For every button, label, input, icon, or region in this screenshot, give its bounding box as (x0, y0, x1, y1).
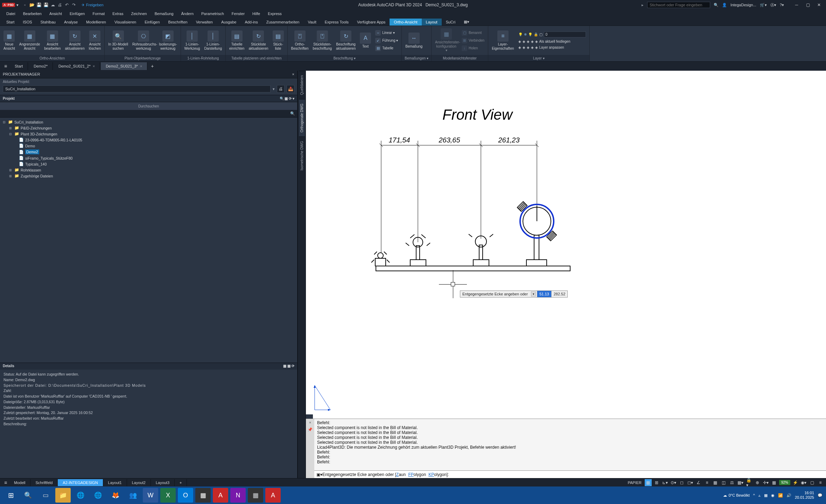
tree-file[interactable]: 📄Demo (0, 143, 297, 149)
help-icon[interactable]: ?▾ (780, 3, 784, 7)
menu-express[interactable]: Express (264, 10, 285, 17)
close-icon[interactable]: × (93, 64, 95, 68)
1line-display-button[interactable]: │1-Linien- Darstellung (203, 30, 223, 51)
polar-icon[interactable]: ⊙▾ (670, 479, 677, 486)
edit-view-button[interactable]: ▦Ansicht bearbeiten (43, 30, 62, 51)
menu-format[interactable]: Format (89, 10, 108, 17)
isolate-icon[interactable]: ◉▾ (800, 479, 807, 486)
web-icon[interactable]: ☁ (50, 2, 56, 8)
app2-icon[interactable]: ▦ (248, 488, 263, 503)
text-button[interactable]: AText (358, 32, 372, 49)
customize-icon[interactable]: ≡ (817, 479, 824, 486)
menu-extras[interactable]: Extras (109, 10, 127, 17)
cart-icon[interactable]: 🛒▾ (760, 3, 767, 7)
layer-match-button[interactable]: ◈◈◈◈◈ Layer anpassen (517, 45, 587, 50)
lock-vp-icon[interactable]: 🔒▾ (746, 479, 752, 486)
pm-export-button[interactable]: 📤 (287, 85, 294, 93)
side-tab-ortho[interactable]: Orthogonale DWG (299, 99, 305, 136)
bom-annotate-button[interactable]: ⍞Stücklisten- beschriftung (312, 30, 333, 51)
snap-icon[interactable]: ⊞ (653, 479, 660, 486)
1line-tool-button[interactable]: │1-Linien- Werkzeug (183, 30, 202, 51)
qat-dropdown-icon[interactable]: ▾ (16, 3, 19, 7)
clock[interactable]: 16:01 20.01.2025 (795, 491, 814, 500)
ribbon-tab-einfuegen[interactable]: Einfügen (140, 19, 164, 26)
ribbon-tab-sucri[interactable]: SuCri (442, 19, 460, 26)
redo-icon[interactable]: ↷ (71, 2, 77, 8)
taskview-icon[interactable]: ▭ (38, 488, 53, 503)
hardware-accel-icon[interactable]: ⚡ (792, 479, 799, 486)
bom-update-button[interactable]: ↻Stückliste aktualisieren (247, 30, 270, 51)
layout-tab-model[interactable]: Modell (9, 479, 30, 486)
leader-button[interactable]: ↙Führung ▾ (374, 37, 399, 44)
search-icon[interactable]: 🔍 (290, 111, 295, 116)
tray-chevron-icon[interactable]: ^ (753, 493, 755, 497)
outlook-icon[interactable]: O (178, 488, 193, 503)
layer-toggles[interactable]: 💡❄💡🔒▢ (517, 31, 587, 38)
menu-hilfe[interactable]: Hilfe (249, 10, 264, 17)
share-button[interactable]: ✈ Freigeben (82, 3, 104, 7)
lwt-icon[interactable]: ≡ (704, 479, 710, 486)
menu-parametrisch[interactable]: Parametrisch (198, 10, 227, 17)
update-view-button[interactable]: ↻Ansicht aktualisieren (64, 30, 86, 51)
ribbon-tab-analyse[interactable]: Analyse (60, 19, 82, 26)
minimize-button[interactable]: ─ (792, 2, 802, 8)
pm-section-icons[interactable]: 🔍 ▦ ⟳ ▾ (280, 97, 294, 100)
tree-file[interactable]: 📄siFramo_Typicals_StützeF80 (0, 155, 297, 161)
table-setup-button[interactable]: ▤Tabelle einrichten (228, 30, 246, 51)
network-icon[interactable]: 📶 (778, 493, 783, 498)
close-button[interactable]: ✕ (814, 2, 824, 8)
layer-select[interactable] (544, 31, 586, 37)
ribbon-tab-ortho[interactable]: Ortho-Ansicht (390, 19, 421, 26)
ortho-icon[interactable]: ⊾▾ (662, 479, 668, 486)
tree-zug[interactable]: ⊞📁Zugehörige Dateien (0, 173, 297, 179)
table-ins-button[interactable]: ▤Tabelle (374, 45, 399, 52)
linear-dim-button[interactable]: ↔Linear ▾ (374, 29, 399, 36)
ribbon-tab-stahlbau[interactable]: Stahlbau (36, 19, 60, 26)
teams-icon[interactable]: 👥 (125, 488, 141, 503)
onenote-icon[interactable]: N (230, 488, 246, 503)
dynamic-input[interactable]: Entgegengesetzte Ecke angeben oder ▾ 51.… (460, 290, 568, 298)
doc-tab-2[interactable]: Demo2_SU021_2*× (54, 62, 100, 70)
tree-root[interactable]: ⊟📁SuCri_Installation (0, 119, 297, 125)
new-view-button[interactable]: ▦Neue Ansicht (2, 30, 16, 51)
plot-icon[interactable]: 🖨 (57, 2, 63, 8)
dimension-button[interactable]: ↔Bemaßung (404, 32, 424, 49)
scale-icon[interactable]: ▦▾ (737, 479, 744, 486)
annoscale-icon[interactable]: ⚖ (729, 479, 736, 486)
ribbon-tab-beschriften[interactable]: Beschriften (164, 19, 192, 26)
app-icon[interactable]: ▦ (195, 488, 211, 503)
panel-dimensions[interactable]: Bemaßungen ▾ (402, 55, 431, 61)
chrome-icon[interactable]: 🌐 (73, 488, 88, 503)
paper-space[interactable]: Front View (306, 71, 826, 419)
cycling-icon[interactable]: ◫ (720, 479, 727, 486)
command-history[interactable]: Befehl: Selected component is not listed… (314, 419, 826, 470)
save-icon[interactable]: 💾 (36, 2, 42, 8)
anno-vis-icon[interactable]: ⊕ (754, 479, 761, 486)
word-icon[interactable]: W (143, 488, 158, 503)
cmd-close-icon[interactable]: × (306, 419, 314, 426)
paper-label[interactable]: PAPIER (626, 480, 643, 485)
ribbon-tab-extra[interactable]: ▦▾ (460, 18, 474, 26)
new-icon[interactable]: ▫ (22, 2, 28, 8)
osnap-icon[interactable]: ◻ (678, 479, 685, 486)
pm-print-button[interactable]: 🖨 (277, 85, 285, 93)
delete-view-button[interactable]: ✕Ansicht löschen (88, 30, 102, 51)
pm-search-label[interactable]: Durchsuchen (0, 102, 297, 110)
dyn-value-y[interactable]: 282.52 (551, 291, 568, 297)
ribbon-tab-isos[interactable]: ISOS (19, 19, 36, 26)
zoom-badge[interactable]: 92% (779, 480, 790, 485)
details-icons[interactable]: ▦ ▦ ⟳ (283, 364, 294, 369)
tree-file-selected[interactable]: 📄Demo2 (0, 149, 297, 155)
project-name-input[interactable] (3, 85, 271, 92)
pipe-gap-button[interactable]: ⎔Rohrausbruchs- werkzeug (131, 30, 156, 51)
menu-bemassung[interactable]: Bemaßung (151, 10, 177, 17)
ribbon-tab-apps[interactable]: Verfügbare Apps (353, 19, 390, 26)
command-input[interactable]: ▣▾ Entgegengesetzte Ecke angeben oder [ … (314, 470, 826, 478)
doc-tab-1[interactable]: Demo2* (29, 62, 53, 70)
clean-icon[interactable]: ▢ (808, 479, 816, 486)
autocad-icon[interactable]: A (213, 488, 228, 503)
viewport-config-button[interactable]: ▦Ansichtsfenster- konfiguration ▾ (434, 28, 459, 53)
cmd-pin-icon[interactable]: 📌 (306, 426, 314, 433)
otrack-icon[interactable]: ∠ (695, 479, 702, 486)
maximize-button[interactable]: ▢ (803, 2, 813, 8)
